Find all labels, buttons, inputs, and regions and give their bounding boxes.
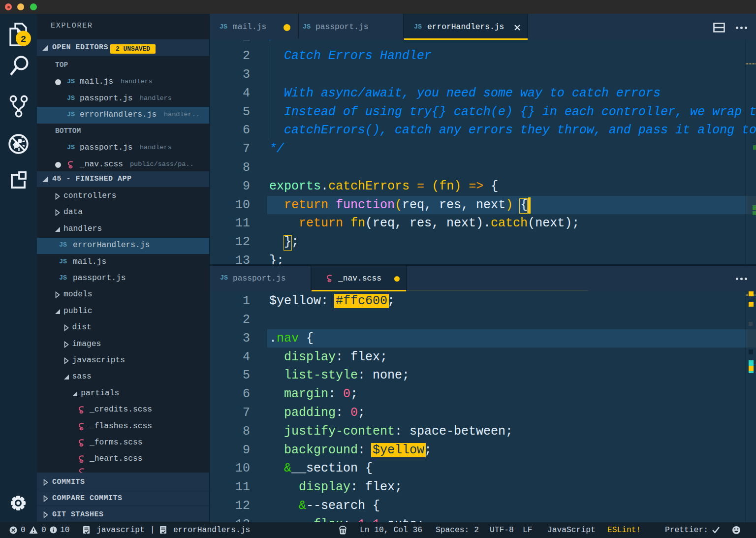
svg-text:2: 2 [21,34,26,45]
